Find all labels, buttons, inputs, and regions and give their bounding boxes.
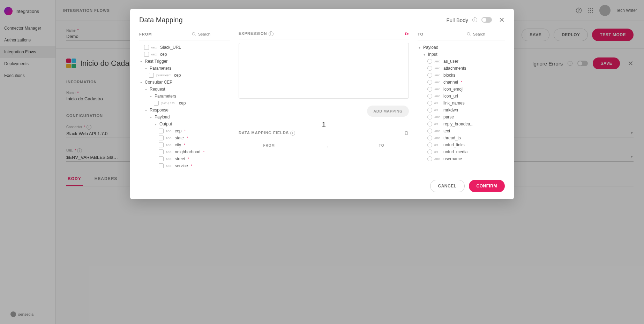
tree-item[interactable]: ABCtext bbox=[418, 128, 505, 134]
tree-group[interactable]: ▾Output bbox=[139, 121, 230, 128]
fields-title: DATA MAPPING FIELDS bbox=[239, 131, 289, 135]
search-icon bbox=[192, 32, 196, 36]
tree-item[interactable]: ABCcep bbox=[139, 51, 230, 58]
trash-icon[interactable] bbox=[404, 131, 409, 136]
chevron-down-icon: ▾ bbox=[422, 53, 426, 56]
tree-group[interactable]: ▾Parameters bbox=[139, 65, 230, 72]
chevron-down-icon: ▾ bbox=[139, 80, 143, 84]
tree-group[interactable]: ▾Rest Trigger bbox=[139, 58, 230, 65]
modal-title: Data Mapping bbox=[139, 16, 183, 24]
data-mapping-modal: Data Mapping Full Body i ✕ FROM A bbox=[130, 9, 514, 199]
info-icon[interactable]: i bbox=[269, 31, 274, 36]
arrow-right-icon: → bbox=[324, 144, 330, 150]
to-search-input[interactable] bbox=[473, 32, 501, 36]
tree-group[interactable]: ▾Parameters bbox=[139, 93, 230, 100]
chevron-down-icon: ▾ bbox=[139, 60, 143, 63]
chevron-down-icon: ▾ bbox=[144, 108, 148, 112]
expression-editor[interactable] bbox=[239, 43, 409, 99]
tree-group[interactable]: ▾Payload bbox=[418, 44, 505, 51]
tree-item[interactable]: ABCstreet* bbox=[139, 155, 230, 162]
chevron-down-icon: ▾ bbox=[154, 122, 157, 126]
from-column: FROM ABCSlack_URL ABCcep ▾Rest Trigger ▾… bbox=[139, 31, 233, 169]
tree-group[interactable]: ▾Consultar CEP bbox=[139, 79, 230, 86]
add-mapping-button[interactable]: ADD MAPPING bbox=[367, 106, 409, 117]
modal-footer: CANCEL CONFIRM bbox=[130, 173, 514, 199]
tree-item[interactable]: ABCservice* bbox=[139, 162, 230, 169]
confirm-button[interactable]: CONFIRM bbox=[469, 180, 505, 192]
tree-item[interactable]: ABCSlack_URL bbox=[139, 44, 230, 51]
fields-to-header: TO bbox=[379, 144, 384, 150]
chevron-down-icon: ▾ bbox=[144, 87, 148, 91]
chevron-down-icon: ▾ bbox=[418, 46, 421, 49]
to-search[interactable] bbox=[466, 31, 505, 37]
tree-item[interactable]: [PATH]123cep bbox=[139, 100, 230, 107]
tree-item[interactable]: 0/1mrkdwn bbox=[418, 107, 505, 114]
tree-item[interactable]: ABCcep* bbox=[139, 128, 230, 134]
chevron-down-icon: ▾ bbox=[149, 115, 152, 119]
tree-group[interactable]: ▾Payload bbox=[139, 114, 230, 121]
tree-item[interactable]: ABCicon_emoji bbox=[418, 86, 505, 93]
page-number: 1 bbox=[322, 120, 326, 129]
to-tree: ▾Payload ▾Input ABCas_user ABCattachment… bbox=[418, 44, 505, 162]
tree-item[interactable]: ABCcity* bbox=[139, 141, 230, 148]
tree-item[interactable]: ABCparse bbox=[418, 114, 505, 121]
tree-item[interactable]: ABCthread_ts bbox=[418, 134, 505, 141]
tree-item[interactable]: 0/1link_names bbox=[418, 100, 505, 107]
data-mapping-fields: 1 DATA MAPPING FIELDS i FROM → TO bbox=[239, 131, 409, 153]
search-icon bbox=[466, 32, 471, 36]
modal-header: Data Mapping Full Body i ✕ bbox=[130, 9, 514, 31]
info-icon[interactable]: i bbox=[472, 17, 477, 22]
to-title: TO bbox=[418, 32, 424, 36]
modal-body: FROM ABCSlack_URL ABCcep ▾Rest Trigger ▾… bbox=[130, 31, 514, 173]
to-column: TO ▾Payload ▾Input ABCas_user ABCattachm… bbox=[414, 31, 505, 169]
info-icon[interactable]: i bbox=[290, 131, 295, 136]
tree-item[interactable]: 0/1unfurl_media bbox=[418, 148, 505, 155]
tree-item[interactable]: ABCblocks bbox=[418, 72, 505, 79]
tree-item[interactable]: ABCattachments bbox=[418, 65, 505, 72]
svg-point-13 bbox=[467, 32, 470, 35]
chevron-down-icon: ▾ bbox=[144, 67, 148, 70]
tree-item[interactable]: ABCicon_url bbox=[418, 93, 505, 100]
expression-title: EXPRESSION bbox=[239, 31, 267, 36]
tree-item[interactable]: 0/1reply_broadca... bbox=[418, 121, 505, 128]
tree-group[interactable]: ▾Request bbox=[139, 86, 230, 93]
svg-line-14 bbox=[470, 35, 471, 36]
modal-overlay: Data Mapping Full Body i ✕ FROM A bbox=[0, 0, 644, 324]
tree-item[interactable]: ABCusername bbox=[418, 155, 505, 162]
from-search-input[interactable] bbox=[198, 32, 226, 36]
tree-group[interactable]: ▾Input bbox=[418, 51, 505, 58]
fx-icon[interactable]: fx bbox=[405, 31, 409, 36]
chevron-down-icon: ▾ bbox=[149, 94, 152, 98]
from-title: FROM bbox=[139, 32, 152, 36]
from-tree: ABCSlack_URL ABCcep ▾Rest Trigger ▾Param… bbox=[139, 44, 230, 169]
tree-item[interactable]: 0/1unfurl_links bbox=[418, 141, 505, 148]
tree-item[interactable]: ABCneighborhood* bbox=[139, 148, 230, 155]
modal-header-right: Full Body i ✕ bbox=[446, 16, 505, 24]
tree-item[interactable]: ABCchannel* bbox=[418, 79, 505, 86]
tree-item[interactable]: ABCstate* bbox=[139, 134, 230, 141]
full-body-toggle[interactable] bbox=[481, 17, 492, 23]
tree-group[interactable]: ▾Response bbox=[139, 107, 230, 114]
tree-item[interactable]: ABCas_user bbox=[418, 58, 505, 65]
fields-from-header: FROM bbox=[263, 144, 275, 150]
cancel-button[interactable]: CANCEL bbox=[430, 180, 465, 192]
svg-point-11 bbox=[192, 32, 195, 35]
from-search[interactable] bbox=[192, 31, 230, 37]
full-body-label: Full Body bbox=[446, 17, 468, 23]
svg-line-12 bbox=[195, 35, 196, 36]
close-modal-icon[interactable]: ✕ bbox=[499, 16, 505, 24]
expression-column: EXPRESSION i fx ADD MAPPING 1 DATA MAPPI… bbox=[233, 31, 414, 169]
fields-table-header: FROM → TO bbox=[239, 140, 409, 153]
tree-item[interactable]: [QUERY]ABCcep bbox=[139, 72, 230, 79]
